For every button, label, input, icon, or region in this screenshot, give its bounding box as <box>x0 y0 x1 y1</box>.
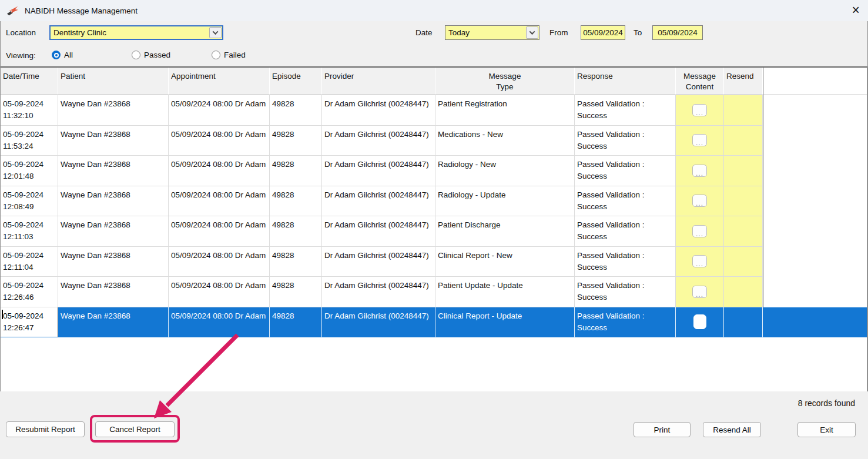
cell-datetime: 05-09-2024 12:11:03 <box>1 216 58 247</box>
table-header-row: Date/TimePatientAppointmentEpisodeProvid… <box>1 68 867 95</box>
cell-response: Passed Validation : Success <box>575 307 676 338</box>
column-header-provider[interactable]: Provider <box>322 68 435 95</box>
footer-bar: 8 records found Resubmit Report Cancel R… <box>0 391 868 459</box>
cell-message-type: Patient Discharge <box>435 216 575 247</box>
cell-resend <box>724 307 763 338</box>
radio-passed-label: Passed <box>144 51 170 59</box>
cell-provider: Dr Adam Gilchrist (00248447) <box>322 216 435 247</box>
cell-provider: Dr Adam Gilchrist (00248447) <box>322 277 435 307</box>
message-content-button[interactable]: ... <box>692 195 707 207</box>
cell-response: Passed Validation : Success <box>575 126 676 156</box>
window-title: NABIDH Message Management <box>25 6 138 15</box>
row-filler <box>763 277 867 307</box>
cell-episode: 49828 <box>270 186 322 217</box>
cell-datetime: 05-09-2024 12:26:47 <box>1 307 58 338</box>
radio-selected-icon[interactable] <box>52 51 61 59</box>
cell-patient: Wayne Dan #23868 <box>58 186 169 217</box>
cell-message-type: Patient Update - Update <box>435 277 575 307</box>
message-content-button[interactable]: ... <box>692 255 707 267</box>
column-header-episode[interactable]: Episode <box>270 68 322 95</box>
cell-patient: Wayne Dan #23868 <box>58 216 169 247</box>
column-header-message-content[interactable]: Message Content <box>676 68 724 95</box>
cell-appointment: 05/09/2024 08:00 Dr Adam <box>169 307 270 338</box>
cell-resend <box>724 277 763 307</box>
radio-unselected-icon[interactable] <box>132 51 140 59</box>
cell-message-content: ... <box>676 247 724 277</box>
cell-datetime: 05-09-2024 11:32:10 <box>1 95 58 126</box>
message-content-button[interactable]: ... <box>692 134 707 146</box>
message-content-button[interactable]: ... <box>692 104 707 116</box>
cell-response: Passed Validation : Success <box>575 277 676 307</box>
cell-provider: Dr Adam Gilchrist (00248447) <box>322 186 435 217</box>
print-button[interactable]: Print <box>634 422 691 437</box>
table-row[interactable]: 05-09-2024 12:26:46Wayne Dan #2386805/09… <box>1 277 867 307</box>
cell-appointment: 05/09/2024 08:00 Dr Adam <box>169 186 270 217</box>
column-header-appointment[interactable]: Appointment <box>169 68 270 95</box>
cell-episode: 49828 <box>270 247 322 277</box>
message-content-button[interactable]: ... <box>692 286 707 298</box>
table-row[interactable]: 05-09-2024 11:53:24Wayne Dan #2386805/09… <box>1 126 867 156</box>
cell-resend <box>724 95 763 126</box>
message-content-button[interactable]: ... <box>692 225 707 237</box>
title-bar: NABIDH Message Management × <box>0 0 868 21</box>
resend-all-button[interactable]: Resend All <box>703 422 761 437</box>
cell-message-content: ... <box>676 216 724 247</box>
to-date-field[interactable]: 05/09/2024 <box>652 25 703 40</box>
cell-provider: Dr Adam Gilchrist (00248447) <box>322 247 435 277</box>
radio-passed[interactable]: Passed <box>132 51 170 59</box>
radio-all[interactable]: All <box>52 51 73 59</box>
cell-datetime: 05-09-2024 12:26:46 <box>1 277 58 307</box>
resubmit-report-button[interactable]: Resubmit Report <box>6 421 85 437</box>
exit-button[interactable]: Exit <box>797 422 856 437</box>
cell-patient: Wayne Dan #23868 <box>58 126 169 156</box>
date-dropdown[interactable]: Today <box>445 25 539 40</box>
cell-provider: Dr Adam Gilchrist (00248447) <box>322 126 435 156</box>
cell-message-content: ... <box>676 95 724 126</box>
location-dropdown[interactable]: Dentistry Clinic <box>49 25 223 40</box>
column-header-message-type[interactable]: Message Type <box>435 68 575 95</box>
row-filler <box>763 307 867 338</box>
column-header-response[interactable]: Response <box>575 68 676 95</box>
cell-response: Passed Validation : Success <box>575 186 676 217</box>
from-date-field[interactable]: 05/09/2024 <box>581 25 625 40</box>
radio-failed[interactable]: Failed <box>212 51 246 59</box>
cell-datetime: 05-09-2024 12:01:48 <box>1 156 58 186</box>
chevron-down-icon[interactable] <box>209 27 222 38</box>
cell-message-type: Radiology - Update <box>435 186 575 217</box>
cell-message-type: Clinical Report - Update <box>435 307 575 338</box>
chevron-down-icon[interactable] <box>526 26 538 39</box>
table-body: 05-09-2024 11:32:10Wayne Dan #2386805/09… <box>1 95 867 337</box>
radio-unselected-icon[interactable] <box>212 51 220 59</box>
cancel-report-button[interactable]: Cancel Report <box>95 421 175 437</box>
cell-message-type: Medications - New <box>435 126 575 156</box>
table-row[interactable]: 05-09-2024 12:08:49Wayne Dan #2386805/09… <box>1 186 867 217</box>
message-content-button[interactable]: ... <box>692 165 707 177</box>
cell-episode: 49828 <box>270 156 322 186</box>
cell-patient: Wayne Dan #23868 <box>58 247 169 277</box>
column-header-patient[interactable]: Patient <box>58 68 169 95</box>
radio-all-label: All <box>64 51 73 59</box>
column-header-date-time[interactable]: Date/Time <box>1 68 58 95</box>
cell-patient: Wayne Dan #23868 <box>58 307 169 338</box>
location-value: Dentistry Clinic <box>51 28 209 37</box>
table-row[interactable]: 05-09-2024 12:01:48Wayne Dan #2386805/09… <box>1 156 867 186</box>
close-icon[interactable]: × <box>852 2 860 18</box>
message-content-button[interactable]: ... <box>693 314 706 329</box>
records-found-text: 8 records found <box>798 398 855 408</box>
table-row[interactable]: 05-09-2024 11:32:10Wayne Dan #2386805/09… <box>1 95 867 126</box>
row-filler <box>763 156 867 186</box>
cell-appointment: 05/09/2024 08:00 Dr Adam <box>169 247 270 277</box>
cell-appointment: 05/09/2024 08:00 Dr Adam <box>169 95 270 126</box>
cell-message-type: Clinical Report - New <box>435 247 575 277</box>
cell-appointment: 05/09/2024 08:00 Dr Adam <box>169 126 270 156</box>
to-label: To <box>634 28 642 37</box>
column-header-resend[interactable]: Resend <box>724 68 763 95</box>
cell-message-type: Radiology - New <box>435 156 575 186</box>
table-row[interactable]: 05-09-2024 12:11:04Wayne Dan #2386805/09… <box>1 247 867 277</box>
cell-datetime: 05-09-2024 12:11:04 <box>1 247 58 277</box>
radio-failed-label: Failed <box>224 51 246 59</box>
row-filler <box>763 216 867 247</box>
cell-message-content: ... <box>676 186 724 217</box>
table-row[interactable]: 05-09-2024 12:11:03Wayne Dan #2386805/09… <box>1 216 867 247</box>
table-row[interactable]: 05-09-2024 12:26:47Wayne Dan #2386805/09… <box>1 307 867 338</box>
